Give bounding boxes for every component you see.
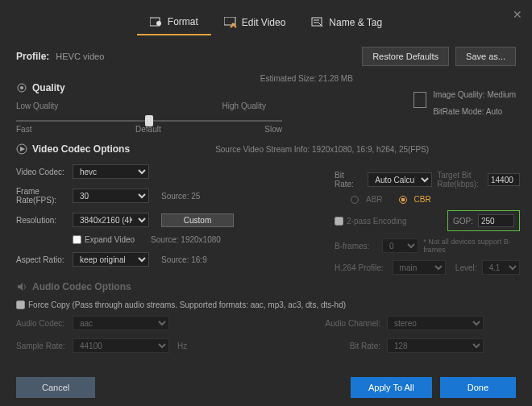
bit-rate-label: Bit Rate: <box>335 171 363 188</box>
close-icon[interactable]: ✕ <box>513 8 522 21</box>
format-icon <box>150 16 163 27</box>
apply-to-all-button[interactable]: Apply To All <box>351 377 432 398</box>
quality-info: Image Quality: Medium BitRate Mode: Auto <box>433 87 516 124</box>
bit-rate-select[interactable]: Auto Calculate <box>368 172 432 187</box>
profile-label: Profile: <box>16 51 49 62</box>
gop-label: GOP: <box>453 217 473 226</box>
cbr-radio[interactable] <box>399 196 407 204</box>
aspect-ratio-label: Aspect Ratio: <box>16 255 73 264</box>
tab-edit-video[interactable]: Edit Video <box>211 10 299 35</box>
tab-label: Name & Tag <box>329 17 382 28</box>
video-codec-label: Video Codec: <box>16 168 73 176</box>
resolution-select[interactable]: 3840x2160 (4K) <box>73 213 149 227</box>
sample-rate-label: Sample Rate: <box>16 342 73 350</box>
audio-codec-select[interactable]: aac <box>73 316 169 330</box>
tab-label: Format <box>168 16 198 27</box>
expand-video-checkbox[interactable]: Expand Video <box>73 235 135 244</box>
save-as-button[interactable]: Save as... <box>455 47 516 66</box>
target-bitrate-input[interactable] <box>488 173 520 186</box>
frame-rate-label: Frame Rate(FPS): <box>16 187 73 205</box>
audio-channel-label: Audio Channel: <box>226 319 387 328</box>
frame-rate-select[interactable]: 30 <box>73 188 149 203</box>
quality-slider[interactable] <box>16 120 282 122</box>
resolution-source: Source: 1920x1080 <box>151 235 221 244</box>
custom-resolution-button[interactable]: Custom <box>161 213 234 227</box>
tab-label: Edit Video <box>242 17 286 28</box>
source-stream-info: Source Video Stream Info: 1920x1080, 16:… <box>215 145 429 154</box>
aspect-ratio-select[interactable]: keep original <box>73 252 149 267</box>
slow-label: Slow <box>264 125 282 134</box>
name-tag-icon <box>311 17 324 28</box>
estimated-size: Estimated Size: 21.28 MB <box>81 74 532 83</box>
audio-bitrate-select[interactable]: 128 <box>387 338 484 353</box>
level-label: Level: <box>455 263 477 272</box>
audio-bitrate-label: Bit Rate: <box>226 342 387 350</box>
quality-title: Quality <box>0 79 81 97</box>
hz-label: Hz <box>177 342 226 350</box>
audio-icon <box>16 281 27 292</box>
h264-profile-select[interactable]: main <box>393 260 446 275</box>
bitrate-mode: BitRate Mode: Auto <box>433 107 516 116</box>
svg-point-1 <box>156 21 161 26</box>
tab-name-tag[interactable]: Name & Tag <box>298 10 395 35</box>
gear-icon <box>16 82 27 93</box>
tab-format[interactable]: Format <box>137 10 211 35</box>
document-icon <box>414 92 426 108</box>
abr-radio[interactable] <box>351 196 359 204</box>
gop-input[interactable] <box>478 214 514 227</box>
fast-label: Fast <box>16 125 31 134</box>
svg-marker-9 <box>20 147 25 151</box>
image-quality: Image Quality: Medium <box>433 90 516 99</box>
gop-box: GOP: <box>447 210 520 231</box>
two-pass-checkbox[interactable]: 2-pass Encoding <box>335 217 407 226</box>
audio-codec-label: Audio Codec: <box>16 319 73 328</box>
svg-point-7 <box>20 86 23 89</box>
frame-rate-source: Source: 25 <box>161 192 234 201</box>
b-frames-select[interactable]: 0 <box>382 238 418 253</box>
restore-defaults-button[interactable]: Restore Defaults <box>362 47 449 66</box>
resolution-label: Resolution: <box>16 216 73 225</box>
low-quality-label: Low Quality <box>16 102 58 110</box>
sample-rate-select[interactable]: 44100 <box>73 338 169 353</box>
video-codec-select[interactable]: hevc <box>73 164 149 179</box>
b-frames-note: * Not all devices support B-frames <box>423 238 520 254</box>
target-bitrate-label: Target Bit Rate(kbps): <box>437 171 483 188</box>
edit-video-icon <box>224 17 237 28</box>
cancel-button[interactable]: Cancel <box>16 377 95 398</box>
force-copy-checkbox[interactable]: Force Copy (Pass through audio streams. … <box>16 300 516 309</box>
profile-row: Profile: HEVC video Restore Defaults Sav… <box>0 35 532 74</box>
b-frames-label: B-frames: <box>335 242 377 251</box>
high-quality-label: High Quality <box>222 102 266 110</box>
tab-bar: Format Edit Video Name & Tag ✕ <box>0 0 532 35</box>
level-select[interactable]: 4.1 <box>482 260 520 275</box>
video-codec-title: Video Codec Options Source Video Stream … <box>0 140 532 158</box>
done-button[interactable]: Done <box>440 377 516 398</box>
h264-profile-label: H.264 Profile: <box>335 263 388 272</box>
audio-channel-select[interactable]: stereo <box>387 316 484 330</box>
aspect-ratio-source: Source: 16:9 <box>161 255 234 264</box>
video-icon <box>16 143 27 155</box>
default-label: Default <box>135 125 161 134</box>
profile-value: HEVC video <box>56 52 104 61</box>
